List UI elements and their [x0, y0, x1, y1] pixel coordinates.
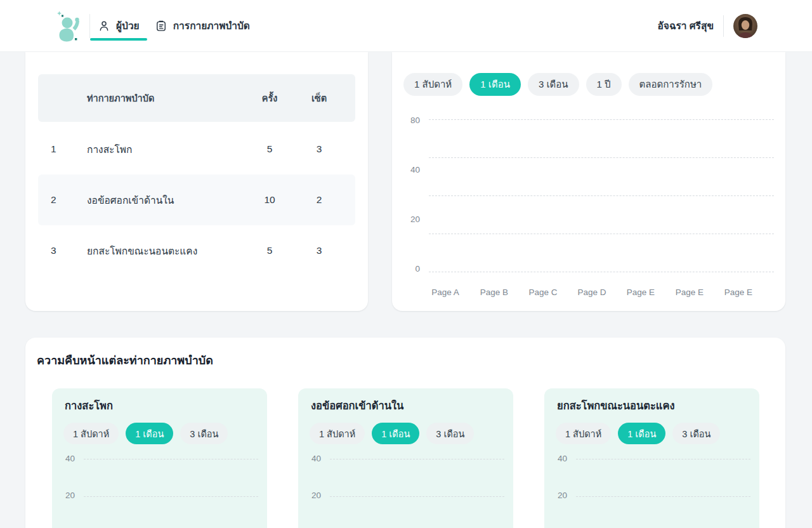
y-axis-tick-label: 80 — [395, 116, 420, 125]
tab-physiotherapy[interactable]: การกายภาพบำบัด — [147, 0, 258, 51]
progress-chart: 4020 — [298, 388, 513, 528]
x-axis-tick-label: Page E — [713, 287, 764, 297]
column-header-sets: เซ็ต — [300, 74, 338, 122]
tab-patients-label: ผู้ป่วย — [116, 18, 140, 34]
sets-value: 3 — [300, 124, 338, 175]
times-value: 5 — [251, 225, 289, 276]
exercise-name: กางสะโพก — [87, 124, 132, 175]
tab-physiotherapy-label: การกายภาพบำบัด — [173, 18, 250, 34]
user-menu: อัจฉรา ศรีสุข — [657, 14, 757, 38]
x-axis-tick-label: Page A — [420, 287, 471, 297]
chart-gridline — [429, 119, 774, 120]
table-row[interactable]: 2งอข้อศอกเข้าด้านใน102 — [38, 175, 355, 225]
times-value: 10 — [251, 175, 289, 225]
chart-gridline — [84, 496, 258, 497]
person-icon — [98, 20, 110, 32]
x-axis-tick-label: Page B — [469, 287, 520, 297]
x-axis-tick-label: Page E — [664, 287, 715, 297]
tab-patients[interactable]: ผู้ป่วย — [90, 0, 147, 51]
table-row[interactable]: 3ยกสะโพกขณะนอนตะแคง53 — [38, 225, 355, 276]
main-nav-tabs: ผู้ป่วย การกายภาพบำบัด — [90, 0, 258, 51]
y-axis-tick-label: 0 — [395, 264, 420, 274]
y-axis-tick-label: 40 — [56, 454, 75, 463]
table-header-row: ท่ากายภาพบำบัด ครั้ง เซ็ต — [38, 74, 355, 122]
column-header-times: ครั้ง — [251, 74, 289, 122]
sets-value: 3 — [300, 225, 338, 276]
progress-section-card: ความคืบหน้าแต่ละท่ากายภาพบำบัด กางสะโพก … — [25, 338, 785, 528]
overview-chart-card: 1 สัปดาห์1 เดือน3 เดือน1 ปีตลอดการรักษา … — [392, 52, 785, 311]
exercise-number: 2 — [51, 175, 56, 225]
y-axis-tick-label: 20 — [302, 491, 321, 500]
exercise-table-card: ท่ากายภาพบำบัด ครั้ง เซ็ต 1กางสะโพก532งอ… — [25, 52, 368, 311]
chart-gridline — [429, 234, 774, 234]
progress-card-1: งอข้อศอกเข้าด้านใน 1 สัปดาห์1 เดือน3 เดื… — [298, 388, 513, 528]
sets-value: 2 — [300, 175, 338, 225]
progress-card-2: ยกสะโพกขณะนอนตะแคง 1 สัปดาห์1 เดือน3 เดื… — [544, 388, 759, 528]
y-axis-tick-label: 40 — [548, 454, 567, 463]
column-header-exercise: ท่ากายภาพบำบัด — [87, 74, 154, 122]
chart-gridline — [330, 496, 504, 497]
avatar[interactable] — [733, 14, 757, 38]
progress-chart: 4020 — [544, 388, 759, 528]
exercise-number: 1 — [51, 124, 56, 175]
y-axis-tick-label: 40 — [302, 454, 321, 463]
chart-gridline — [576, 496, 750, 497]
overview-chart: 8040200Page APage BPage CPage DPage EPag… — [392, 52, 785, 311]
x-axis-tick-label: Page C — [518, 287, 568, 297]
chart-gridline — [429, 272, 774, 272]
times-value: 5 — [251, 124, 289, 175]
y-axis-tick-label: 40 — [395, 165, 420, 175]
table-body: 1กางสะโพก532งอข้อศอกเข้าด้านใน1023ยกสะโพ… — [38, 124, 355, 276]
chart-gridline — [330, 459, 504, 459]
y-axis-tick-label: 20 — [395, 214, 420, 224]
app-header: ผู้ป่วย การกายภาพบำบัด อัจฉรา ศรีสุข — [0, 0, 812, 52]
chart-gridline — [84, 459, 258, 459]
x-axis-tick-label: Page D — [566, 287, 617, 297]
chart-gridline — [429, 195, 774, 196]
clipboard-icon — [155, 20, 167, 32]
exercise-name: งอข้อศอกเข้าด้านใน — [87, 175, 174, 225]
x-axis-tick-label: Page E — [615, 287, 666, 297]
user-divider — [723, 15, 724, 37]
progress-card-0: กางสะโพก 1 สัปดาห์1 เดือน3 เดือน 4020 — [52, 388, 267, 528]
table-row[interactable]: 1กางสะโพก53 — [38, 124, 355, 175]
exercise-name: ยกสะโพกขณะนอนตะแคง — [87, 225, 197, 276]
exercise-number: 3 — [51, 225, 56, 276]
progress-chart: 4020 — [52, 388, 267, 528]
y-axis-tick-label: 20 — [56, 491, 75, 500]
progress-section-title: ความคืบหน้าแต่ละท่ากายภาพบำบัด — [37, 351, 213, 369]
chart-gridline — [576, 459, 750, 459]
app-logo-mascot-icon[interactable] — [51, 9, 81, 43]
user-name: อัจฉรา ศรีสุข — [657, 18, 714, 34]
chart-gridline — [429, 157, 774, 158]
y-axis-tick-label: 20 — [548, 491, 567, 500]
